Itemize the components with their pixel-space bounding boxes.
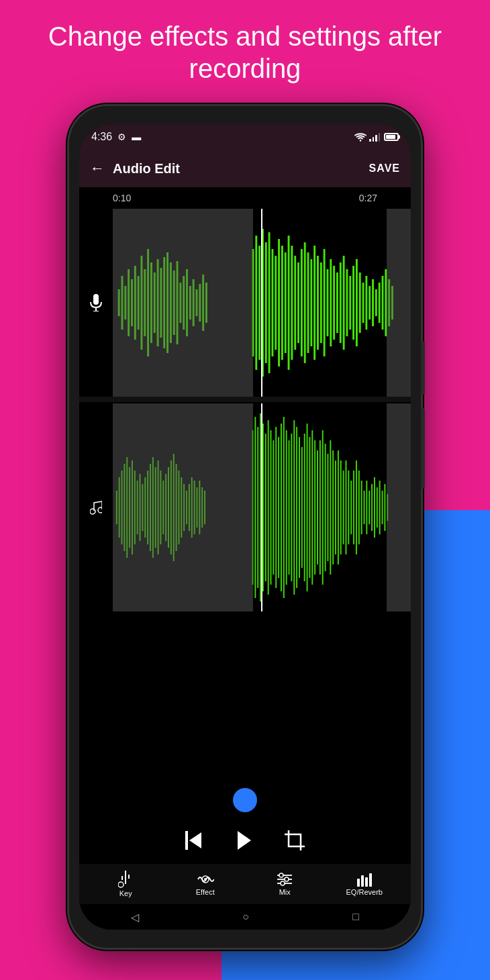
svg-rect-135 xyxy=(309,437,310,578)
nav-effect[interactable]: Effect xyxy=(166,872,246,896)
status-time: 4:36 xyxy=(91,131,112,143)
status-right-icons xyxy=(354,132,399,142)
playhead-circle[interactable] xyxy=(233,788,257,812)
status-bar: 4:36 ⚙ ▬ xyxy=(79,124,411,150)
nav-mix[interactable]: Mix xyxy=(245,872,325,896)
nav-key[interactable]: Key xyxy=(86,871,166,897)
app-title: Audio Edit xyxy=(113,161,369,177)
key-icon xyxy=(118,871,133,888)
music-playhead xyxy=(261,403,262,611)
svg-rect-53 xyxy=(320,262,322,343)
nav-eq-reverb[interactable]: EQ/Reverb xyxy=(325,872,405,896)
svg-rect-131 xyxy=(299,437,300,578)
svg-rect-71 xyxy=(379,283,381,323)
svg-rect-148 xyxy=(343,471,344,544)
svg-rect-1 xyxy=(93,294,99,305)
svg-point-175 xyxy=(285,877,289,881)
svg-rect-41 xyxy=(281,246,283,360)
svg-rect-63 xyxy=(352,266,354,340)
music-region-left xyxy=(113,403,253,611)
svg-rect-43 xyxy=(288,236,290,370)
home-button[interactable]: ○ xyxy=(242,911,249,923)
svg-rect-144 xyxy=(332,450,334,565)
svg-rect-179 xyxy=(361,875,364,887)
mix-icon xyxy=(276,872,293,887)
svg-rect-49 xyxy=(307,252,309,353)
svg-rect-118 xyxy=(265,434,266,581)
svg-rect-37 xyxy=(268,232,271,373)
power-button xyxy=(421,408,425,489)
track-separator xyxy=(79,397,411,402)
svg-rect-60 xyxy=(343,256,345,350)
svg-rect-145 xyxy=(335,460,336,554)
svg-rect-115 xyxy=(257,427,258,588)
bottom-nav: Key Effect xyxy=(79,864,411,904)
voice-track-content[interactable] xyxy=(113,209,411,397)
svg-rect-125 xyxy=(283,417,285,598)
voice-region-right xyxy=(387,209,411,397)
svg-rect-45 xyxy=(294,256,296,350)
svg-rect-138 xyxy=(317,450,318,565)
crop-icon xyxy=(285,830,305,850)
svg-rect-154 xyxy=(358,471,360,544)
svg-rect-130 xyxy=(296,427,297,588)
voice-icon xyxy=(79,294,113,311)
svg-rect-180 xyxy=(365,877,368,887)
svg-point-0 xyxy=(360,140,361,141)
svg-rect-120 xyxy=(271,430,272,585)
svg-rect-181 xyxy=(369,873,372,887)
svg-rect-141 xyxy=(325,444,326,571)
svg-rect-142 xyxy=(327,454,328,561)
music-track[interactable] xyxy=(79,403,411,611)
save-button[interactable]: SAVE xyxy=(369,162,400,175)
voice-track[interactable] xyxy=(79,209,411,397)
svg-rect-39 xyxy=(275,256,277,350)
skip-bar xyxy=(185,831,188,850)
waveform-container[interactable]: 0:10 0:27 xyxy=(79,187,411,816)
svg-rect-58 xyxy=(336,273,338,333)
svg-rect-65 xyxy=(359,273,361,333)
system-nav: ◁ ○ □ xyxy=(79,904,411,930)
play-button[interactable] xyxy=(235,831,251,850)
svg-rect-40 xyxy=(278,239,280,366)
nav-effect-label: Effect xyxy=(196,888,215,896)
svg-rect-128 xyxy=(291,434,292,581)
svg-rect-52 xyxy=(317,256,319,350)
crop-button[interactable] xyxy=(285,830,305,850)
svg-rect-123 xyxy=(278,437,279,578)
eq-icon xyxy=(356,872,373,887)
svg-rect-57 xyxy=(333,266,335,340)
svg-rect-121 xyxy=(273,440,274,575)
svg-rect-132 xyxy=(301,447,303,568)
svg-rect-117 xyxy=(262,424,264,591)
svg-rect-134 xyxy=(307,424,308,591)
music-icon xyxy=(79,500,113,515)
svg-rect-150 xyxy=(348,471,349,544)
wifi-icon xyxy=(354,132,366,142)
svg-rect-50 xyxy=(310,259,312,346)
svg-rect-139 xyxy=(320,440,321,575)
svg-rect-160 xyxy=(374,477,375,538)
recent-button[interactable]: □ xyxy=(352,911,359,923)
music-track-content[interactable] xyxy=(113,403,411,611)
signal-icon xyxy=(369,132,380,142)
back-button[interactable]: ← xyxy=(90,160,105,177)
time-end: 0:27 xyxy=(359,193,377,203)
svg-rect-59 xyxy=(340,262,342,343)
svg-rect-126 xyxy=(286,430,287,585)
app-topbar: ← Audio Edit SAVE xyxy=(79,150,411,187)
back-system-button[interactable]: ◁ xyxy=(131,911,139,924)
svg-rect-124 xyxy=(281,424,282,591)
music-region-right xyxy=(387,403,411,611)
effect-icon xyxy=(197,872,214,887)
svg-rect-158 xyxy=(369,491,370,524)
svg-rect-54 xyxy=(324,249,326,356)
svg-rect-42 xyxy=(285,252,287,353)
svg-rect-162 xyxy=(379,481,381,534)
svg-rect-152 xyxy=(353,471,354,544)
svg-rect-68 xyxy=(369,286,371,320)
skip-start-button[interactable] xyxy=(185,831,201,850)
svg-rect-122 xyxy=(275,427,277,588)
svg-rect-136 xyxy=(311,430,313,585)
svg-rect-61 xyxy=(346,269,348,336)
